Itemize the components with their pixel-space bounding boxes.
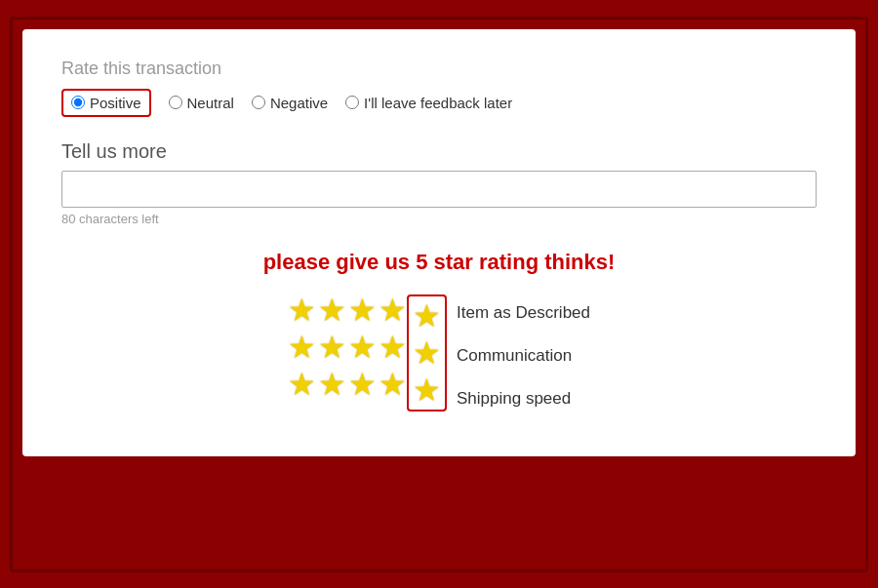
star-r3-3[interactable]: ★ xyxy=(348,369,377,400)
star-r2-3[interactable]: ★ xyxy=(348,332,377,363)
row1-four-stars: ★ ★ ★ ★ xyxy=(288,294,407,326)
label-item-shipping: Shipping speed xyxy=(457,380,590,417)
star-r2-2[interactable]: ★ xyxy=(318,332,346,363)
labels-col: Item as Described Communication Shipping… xyxy=(457,294,590,417)
fifth-star-highlighted-col: ★ ★ ★ xyxy=(407,294,447,412)
label-item-communication: Communication xyxy=(457,337,590,374)
radio-negative[interactable]: Negative xyxy=(252,95,328,111)
star-r1-2[interactable]: ★ xyxy=(318,294,346,326)
row3-four-stars: ★ ★ ★ ★ xyxy=(288,369,407,400)
star-r2-1[interactable]: ★ xyxy=(288,332,316,363)
radio-neutral-input[interactable] xyxy=(169,96,182,109)
star-r2-5[interactable]: ★ xyxy=(413,337,441,369)
star-r3-4[interactable]: ★ xyxy=(379,369,407,400)
radio-positive-label: Positive xyxy=(90,95,141,111)
radio-negative-label: Negative xyxy=(270,95,328,111)
cta-text: please give us 5 star rating thinks! xyxy=(61,250,817,275)
row2-four-stars: ★ ★ ★ ★ xyxy=(288,332,407,363)
radio-negative-input[interactable] xyxy=(252,96,265,109)
radio-later-input[interactable] xyxy=(345,96,359,109)
radio-group: Positive Neutral Negative I'll leave fee… xyxy=(61,89,817,117)
tell-us-label: Tell us more xyxy=(61,140,817,163)
label-item-described: Item as Described xyxy=(457,294,590,332)
star-r3-1[interactable]: ★ xyxy=(288,369,316,400)
radio-neutral[interactable]: Neutral xyxy=(169,95,234,111)
radio-neutral-label: Neutral xyxy=(187,95,234,111)
radio-positive[interactable]: Positive xyxy=(61,89,151,117)
outer-border: Rate this transaction Positive Neutral N… xyxy=(10,17,868,572)
star-r1-5[interactable]: ★ xyxy=(413,300,441,332)
radio-positive-input[interactable] xyxy=(71,96,85,109)
four-stars-col: ★ ★ ★ ★ ★ ★ ★ ★ ★ ★ ★ ★ xyxy=(288,294,407,400)
inner-card: Rate this transaction Positive Neutral N… xyxy=(22,29,856,456)
rate-transaction-title: Rate this transaction xyxy=(61,59,817,79)
tell-us-input[interactable] xyxy=(61,171,817,208)
star-r1-3[interactable]: ★ xyxy=(348,294,377,326)
chars-left: 80 characters left xyxy=(61,212,817,226)
star-r3-2[interactable]: ★ xyxy=(318,369,346,400)
radio-later-label: I'll leave feedback later xyxy=(364,95,512,111)
radio-later[interactable]: I'll leave feedback later xyxy=(345,95,512,111)
star-r2-4[interactable]: ★ xyxy=(379,332,407,363)
star-r3-5[interactable]: ★ xyxy=(413,374,441,406)
ratings-layout: ★ ★ ★ ★ ★ ★ ★ ★ ★ ★ ★ ★ xyxy=(288,294,590,417)
ratings-area: ★ ★ ★ ★ ★ ★ ★ ★ ★ ★ ★ ★ xyxy=(61,294,817,417)
star-r1-4[interactable]: ★ xyxy=(379,294,407,326)
star-r1-1[interactable]: ★ xyxy=(288,294,316,326)
